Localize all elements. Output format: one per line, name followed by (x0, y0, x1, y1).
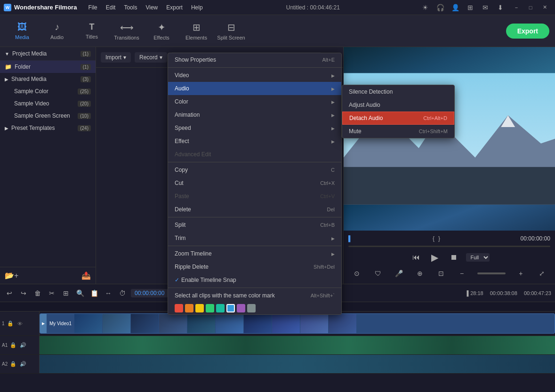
color-dot-green[interactable] (206, 304, 214, 312)
audio-track-content[interactable] (40, 336, 555, 354)
menu-edit[interactable]: Edit (102, 3, 120, 12)
sidebar-preset-templates[interactable]: ▶ Preset Templates (24) (0, 122, 96, 134)
toolbar-transitions[interactable]: ⟷ Transitions (110, 17, 143, 45)
track-lock-button[interactable]: 🔒 (6, 320, 15, 328)
menu-file[interactable]: File (84, 3, 101, 12)
sample-video-count: (20) (78, 101, 91, 107)
quality-select[interactable]: Full (466, 253, 490, 262)
toolbar-elements[interactable]: ⊞ Elements (180, 17, 213, 45)
color-dot-gray[interactable] (247, 304, 256, 312)
menu-view[interactable]: View (142, 3, 161, 12)
video-clip[interactable]: ▶ My Video1 (40, 313, 555, 334)
ctx-enable-snap[interactable]: ✓ Enable Timeline Snap (168, 273, 341, 287)
copy-timeline-button[interactable]: 📋 (88, 288, 100, 299)
preview-skip-back-button[interactable]: ⏮ (410, 251, 423, 264)
color-dot-orange[interactable] (185, 304, 193, 312)
color-dot-teal[interactable] (216, 304, 225, 312)
ctx-zoom-timeline[interactable]: Zoom Timeline (168, 247, 341, 260)
mail-icon[interactable]: ✉ (480, 2, 491, 13)
sidebar-sample-color[interactable]: Sample Color (25) (0, 85, 96, 97)
split-button[interactable]: ↔ (103, 288, 114, 299)
delete-track-button[interactable]: 🗑 (32, 288, 43, 299)
zoom-in-button[interactable]: + (515, 268, 526, 279)
color-dot-purple[interactable] (237, 304, 245, 312)
motion-tracking-button[interactable]: ⊙ (351, 268, 362, 279)
ctx-audio[interactable]: Audio (168, 82, 341, 95)
timer-button[interactable]: ⏱ (117, 288, 128, 299)
sidebar-folder[interactable]: 📁 Folder (1) (0, 61, 96, 73)
audio-mute-button[interactable]: 🔊 (19, 341, 27, 350)
sun-icon[interactable]: ☀ (419, 2, 431, 13)
sidebar-sample-green-screen[interactable]: Sample Green Screen (10) (0, 110, 96, 122)
time-cursor-icon: ▌ (348, 235, 353, 242)
undo-button[interactable]: ↩ (4, 288, 15, 299)
import-folder-icon[interactable]: 📤 (81, 271, 91, 280)
voice-record-button[interactable]: 🎤 (393, 268, 404, 279)
toolbar-media[interactable]: 🖼 Media (6, 17, 39, 45)
volume-slider[interactable] (477, 272, 506, 274)
grid-icon[interactable]: ⊞ (465, 2, 476, 13)
sidebar-sample-video[interactable]: Sample Video (20) (0, 97, 96, 110)
preview-progress-bar[interactable] (348, 246, 550, 247)
track-hide-button[interactable]: 👁 (16, 320, 24, 328)
add-folder-icon[interactable]: 📂+ (5, 271, 18, 280)
record-button[interactable]: Record ▾ (135, 52, 167, 63)
menu-help[interactable]: Help (187, 3, 207, 12)
ctx-adjust-audio[interactable]: Adjust Audio (342, 98, 454, 112)
toolbar-titles[interactable]: T Titles (75, 17, 108, 45)
ctx-silence-detection[interactable]: Silence Detection (342, 85, 454, 98)
audio2-mute-button[interactable]: 🔊 (19, 360, 27, 368)
toolbar-split-screen[interactable]: ⊟ Split Screen (215, 17, 248, 45)
color-dot-yellow[interactable] (195, 304, 204, 312)
menu-export[interactable]: Export (162, 3, 186, 12)
ai-button[interactable]: ⊕ (414, 268, 426, 279)
minimize-button[interactable]: − (510, 2, 523, 13)
ctx-trim[interactable]: Trim (168, 232, 341, 245)
audio2-lock-button[interactable]: 🔒 (9, 360, 17, 368)
ctx-detach-audio[interactable]: Detach Audio Ctrl+Alt+D (342, 112, 454, 125)
menu-tools[interactable]: Tools (120, 3, 141, 12)
download-icon[interactable]: ⬇ (495, 2, 506, 13)
close-button[interactable]: ✕ (538, 2, 551, 13)
ctx-copy[interactable]: Copy C (168, 163, 341, 176)
color-dot-red[interactable] (175, 304, 183, 312)
toolbar-effects[interactable]: ✦ Effects (145, 17, 178, 45)
ctx-select-same-color[interactable]: Select all clips with the same color mar… (168, 289, 341, 302)
sidebar-shared-media[interactable]: ▶ Shared Media (3) (0, 73, 96, 85)
ctx-show-properties[interactable]: Show Properties Alt+E (168, 53, 341, 66)
video-track-content[interactable]: ▶ My Video1 (40, 312, 555, 336)
project-media-header[interactable]: ▼ Project Media (1) (0, 47, 96, 61)
ctx-effect[interactable]: Effect (168, 135, 341, 148)
ctx-ripple-delete[interactable]: Ripple Delete Shift+Del (168, 260, 341, 273)
preview-main-controls: ⏮ ▶ ⏹ Full (348, 249, 550, 266)
zoom-out-button[interactable]: − (456, 268, 467, 279)
audio-track2-content[interactable] (40, 355, 555, 373)
thumb-4 (159, 314, 187, 333)
caption-button[interactable]: ⊡ (435, 268, 447, 279)
toolbar-audio[interactable]: ♪ Audio (40, 17, 73, 45)
zoom-in-timeline-button[interactable]: 🔍 (74, 288, 86, 299)
ctx-mute[interactable]: Mute Ctrl+Shift+M (342, 125, 454, 138)
redo-button[interactable]: ↪ (18, 288, 29, 299)
cut-button[interactable]: ✂ (46, 288, 57, 299)
ctx-video[interactable]: Video (168, 69, 341, 82)
ctx-animation[interactable]: Animation (168, 108, 341, 121)
ctx-color[interactable]: Color (168, 95, 341, 108)
preview-play-button[interactable]: ▶ (428, 251, 442, 264)
import-button[interactable]: Import ▾ (101, 52, 131, 63)
preview-stop-button[interactable]: ⏹ (447, 251, 460, 264)
user-icon[interactable]: 👤 (450, 2, 461, 13)
ctx-cut[interactable]: Cut Ctrl+X (168, 176, 341, 190)
export-button[interactable]: Export (506, 24, 549, 39)
audio-lock-button[interactable]: 🔒 (9, 341, 17, 350)
ctx-delete[interactable]: Delete Del (168, 203, 341, 216)
ctx-split[interactable]: Split Ctrl+B (168, 218, 341, 232)
color-dot-blue[interactable] (226, 304, 235, 312)
ctx-speed[interactable]: Speed (168, 121, 341, 135)
fullscreen-button[interactable]: ⤢ (536, 268, 547, 279)
headphone-icon[interactable]: 🎧 (434, 2, 446, 13)
crop-button[interactable]: ⊞ (60, 288, 72, 299)
context-menu: Show Properties Alt+E Video Audio Color … (168, 53, 342, 315)
maximize-button[interactable]: □ (524, 2, 537, 13)
mask-button[interactable]: 🛡 (372, 268, 384, 279)
